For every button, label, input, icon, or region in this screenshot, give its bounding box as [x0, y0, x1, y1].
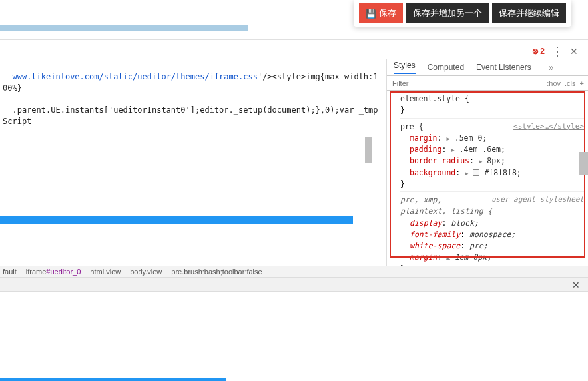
tab-event-listeners[interactable]: Event Listeners — [476, 63, 531, 72]
save-icon: 💾 — [366, 9, 376, 19]
error-icon: ⊗ — [532, 47, 539, 56]
color-swatch[interactable] — [473, 169, 479, 176]
tab-styles[interactable]: Styles — [394, 61, 416, 74]
save-continue-button[interactable]: 保存并继续编辑 — [492, 3, 566, 23]
new-style-plus-icon[interactable]: + — [580, 79, 584, 87]
crumb-iframe[interactable]: iframe#ueditor_0 — [26, 268, 81, 276]
source-url: www.likeinlove.com/static/ueditor/themes… — [12, 72, 257, 81]
rule-user-agent[interactable]: user agent stylesheet pre, xmp, plaintex… — [400, 194, 584, 274]
error-count[interactable]: ⊗ 2 — [532, 47, 545, 56]
save-button-bar: 💾 保存 保存并增加另一个 保存并继续编辑 — [354, 0, 571, 27]
tabs-more-icon[interactable]: » — [549, 62, 554, 73]
styles-panel: Styles Computed Event Listeners » :hov .… — [386, 59, 588, 274]
crumb-pre[interactable]: pre.brush:bash;toolbar:false — [171, 268, 262, 276]
crumb-html[interactable]: html.view — [90, 268, 121, 276]
close-icon[interactable]: ✕ — [570, 46, 578, 57]
scrollbar-thumb[interactable] — [579, 152, 588, 175]
rule-element-style[interactable]: element.style { } — [400, 93, 584, 119]
save-button[interactable]: 💾 保存 — [359, 3, 403, 23]
console-close-icon[interactable]: ✕ — [572, 280, 580, 290]
dom-breadcrumb: fault iframe#ueditor_0 html.view body.vi… — [0, 266, 588, 278]
top-highlight-bar — [0, 25, 248, 31]
console-bar: ✕ — [0, 278, 588, 292]
crumb-body[interactable]: body.view — [130, 268, 162, 276]
crumb-fault[interactable]: fault — [3, 268, 17, 276]
rule-source-link[interactable]: <style>…</style> — [513, 121, 584, 133]
hov-toggle[interactable]: :hov — [547, 79, 561, 87]
more-icon[interactable]: ⋮ — [551, 44, 563, 59]
rule-pre[interactable]: <style>…</style> pre { margin: ▶ .5em 0;… — [400, 121, 584, 192]
filter-row: :hov .cls + — [387, 76, 588, 91]
filter-input[interactable] — [387, 77, 547, 89]
bottom-highlight — [0, 378, 226, 381]
source-code-view: www.likeinlove.com/static/ueditor/themes… — [0, 59, 383, 266]
selection-highlight — [0, 216, 353, 224]
tab-computed[interactable]: Computed — [428, 63, 464, 72]
styles-content: element.style { } <style>…</style> pre {… — [387, 91, 588, 274]
devtools-tabs: Styles Computed Event Listeners » — [387, 59, 588, 76]
cls-toggle[interactable]: .cls — [565, 79, 576, 87]
save-add-another-button[interactable]: 保存并增加另一个 — [406, 3, 489, 23]
error-status-row: ⊗ 2 ⋮ ✕ — [532, 44, 578, 59]
scrollbar-gutter[interactable] — [365, 137, 372, 163]
